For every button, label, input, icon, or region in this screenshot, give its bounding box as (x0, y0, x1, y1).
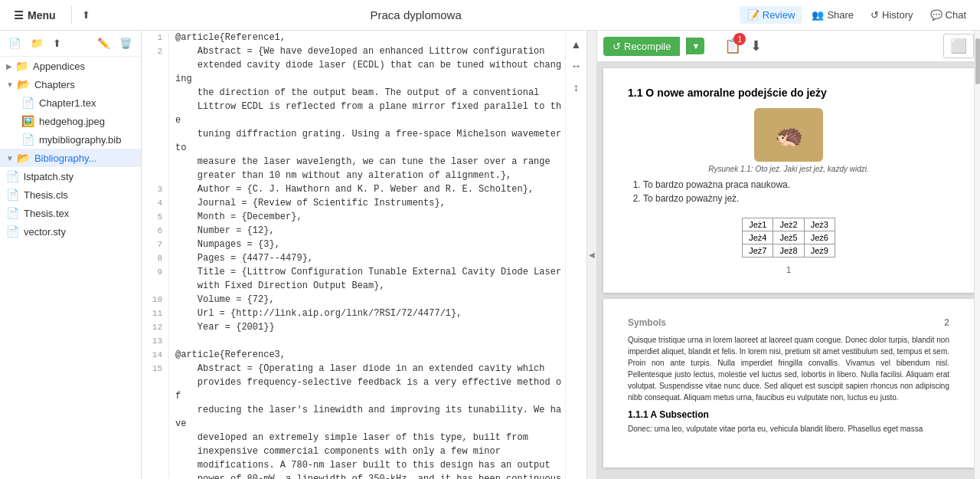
preview-content[interactable]: 1.1 O nowe amoralne podejście do jeży 🦔 … (597, 62, 980, 479)
zoom-out-button[interactable]: ↕ (572, 80, 580, 95)
file-cls-icon: 📄 (6, 189, 19, 201)
sidebar-item-thesistex[interactable]: 📄 Thesis.tex (0, 204, 141, 222)
sidebar-item-chapters[interactable]: ▼ 📂 Chapters (0, 75, 141, 94)
file-sty-icon: 📄 (6, 170, 19, 182)
new-file-icon: 📄 (8, 38, 21, 49)
code-line: 11 Url = {http://link.aip.org/link/?RSI/… (142, 307, 565, 320)
code-line: developed an extremely simple laser of t… (142, 431, 565, 445)
collapse-icon: ◀ (589, 251, 595, 259)
line-content: Author = {C. J. Hawthorn and K. P. Weber… (175, 182, 565, 196)
history-icon: ↺ (871, 9, 879, 21)
code-line: the direction of the output beam. The ou… (142, 86, 565, 100)
line-number: 14 (142, 348, 169, 362)
share-label: Share (827, 9, 854, 21)
line-content: inexpensive commercial components with o… (175, 445, 565, 458)
sidebar-item-label: Thesis.tex (24, 208, 69, 219)
sidebar-item-vectorsty[interactable]: 📄 vector.sty (0, 222, 141, 241)
line-content: Month = {December}, (175, 210, 565, 224)
symbols-label: Symbols (628, 317, 666, 328)
line-content: tuning diffraction grating. Using a free… (175, 127, 565, 155)
line-number (142, 458, 169, 472)
scrollbar-thumb[interactable] (975, 38, 980, 84)
upload-file-button[interactable]: ⬆ (51, 35, 64, 51)
editor-area: 1@article{Reference1,2 Abstract = {We ha… (142, 31, 980, 479)
preview-page-1: 1.1 O nowe amoralne podejście do jeży 🦔 … (603, 68, 974, 293)
sidebar-item-appendices[interactable]: ▶ 📁 Appendices (0, 57, 141, 75)
line-content: the direction of the output beam. The ou… (175, 86, 565, 100)
zoom-in-button[interactable]: ↔ (570, 58, 583, 74)
recompile-button[interactable]: ↺ Recompile (603, 37, 680, 56)
collapse-handle[interactable]: ◀ (586, 31, 597, 479)
sidebar-item-bibliography[interactable]: ▼ 📂 Bibliography... (0, 149, 141, 167)
share-button[interactable]: 👥 Share (804, 6, 861, 24)
code-editor[interactable]: 1@article{Reference1,2 Abstract = {We ha… (142, 31, 565, 479)
file-bib-icon: 📄 (21, 133, 34, 146)
preview-area: ↺ Recompile ▼ 📋 1 ⬇ ⬜ (597, 31, 980, 479)
sidebar-item-lstpatch[interactable]: 📄 lstpatch.sty (0, 167, 141, 185)
file-icon: 📄 (21, 97, 34, 109)
table-cell: Jeż1 (743, 218, 773, 231)
review-button[interactable]: 📝 Review (740, 6, 803, 24)
folder-open-bib-icon: 📂 (17, 152, 30, 164)
code-line: 8 Pages = {4477--4479}, (142, 251, 565, 265)
history-label: History (882, 9, 913, 21)
line-number (142, 58, 169, 86)
list-item: To bardzo poważna praca naukowa. (643, 179, 949, 190)
line-number: 5 (142, 210, 169, 224)
line-content: developed an extremely simple laser of t… (175, 431, 565, 445)
line-content: extended cavity diode laser (ECDL) that … (175, 58, 565, 86)
line-content: Numpages = {3}, (175, 238, 565, 251)
scroll-up-button[interactable]: ▲ (570, 37, 583, 52)
code-line: extended cavity diode laser (ECDL) that … (142, 58, 565, 86)
line-content: measure the laser wavelength, we can tun… (175, 155, 565, 169)
code-line: 15 Abstract = {Operating a laser diode i… (142, 362, 565, 376)
table-cell: Jeż9 (804, 244, 835, 258)
table-cell: Jeż4 (743, 231, 773, 244)
recompile-dropdown-button[interactable]: ▼ (686, 38, 704, 54)
preview-scrollbar[interactable] (974, 31, 980, 479)
list-item: To bardzo poważny jeż. (643, 193, 949, 204)
code-line: 5 Month = {December}, (142, 210, 565, 224)
sidebar-item-mybibliography[interactable]: 📄 mybibliography.bib (0, 130, 141, 149)
main-layout: 📄 📁 ⬆ ✏️ 🗑️ ▶ 📁 Appendices ▼ 📂 (0, 31, 980, 479)
chevron-right-icon: ▶ (6, 62, 12, 71)
review-label: Review (763, 9, 795, 21)
line-content: power of 80-mW, a linewidth of 350-kHz, … (175, 472, 565, 479)
new-file-button[interactable]: 📄 (6, 35, 24, 51)
line-content: Number = {12}, (175, 224, 565, 238)
sidebar-item-label: Bibliography... (34, 153, 96, 164)
chat-button[interactable]: 💬 Chat (923, 6, 974, 24)
figure-caption: Rysunek 1.1: Oto jeż. Jaki jest jeż, każ… (708, 165, 869, 173)
line-content: @article{Reference3, (175, 348, 565, 362)
table-cell: Jeż7 (743, 244, 773, 258)
sidebar-item-label: Appendices (33, 61, 85, 72)
sidebar-item-hedgehog[interactable]: 🖼️ hedgehog.jpeg (0, 112, 141, 130)
file-vec-icon: 📄 (6, 225, 19, 238)
error-count-badge: 1 (733, 33, 746, 45)
menu-button[interactable]: ☰ Menu (6, 6, 64, 25)
sidebar-item-thesiscls[interactable]: 📄 Thesis.cls (0, 185, 141, 204)
table-cell: Jeż5 (773, 231, 804, 244)
edit-button[interactable]: ✏️ (95, 35, 113, 51)
hamburger-icon: ☰ (14, 9, 24, 21)
code-line: 4 Journal = {Review of Scientific Instru… (142, 196, 565, 210)
delete-button[interactable]: 🗑️ (117, 35, 135, 51)
sidebar-item-chapter1[interactable]: 📄 Chapter1.tex (0, 94, 141, 112)
line-number (142, 86, 169, 100)
line-number (142, 127, 169, 155)
fullscreen-button[interactable]: ⬜ (943, 34, 974, 58)
code-line: power of 80-mW, a linewidth of 350-kHz, … (142, 472, 565, 479)
line-content: Littrow ECDL is reflected from a plane m… (175, 100, 565, 127)
history-button[interactable]: ↺ History (863, 6, 920, 24)
sidebar-toolbar: 📄 📁 ⬆ ✏️ 🗑️ (0, 31, 141, 57)
table-cell: Jeż2 (773, 218, 804, 231)
code-line: greater than 10 nm without any alteratio… (142, 169, 565, 182)
file-tex-icon: 📄 (6, 207, 19, 219)
line-content: Pages = {4477--4479}, (175, 251, 565, 265)
line-number (142, 169, 169, 182)
new-folder-button[interactable]: 📁 (28, 35, 46, 51)
symbols-section: Symbols 2 (628, 317, 949, 328)
nav-upload-button[interactable]: ⬆ (80, 7, 93, 23)
download-button[interactable]: ⬇ (749, 36, 763, 56)
recompile-label: Recompile (624, 41, 671, 52)
